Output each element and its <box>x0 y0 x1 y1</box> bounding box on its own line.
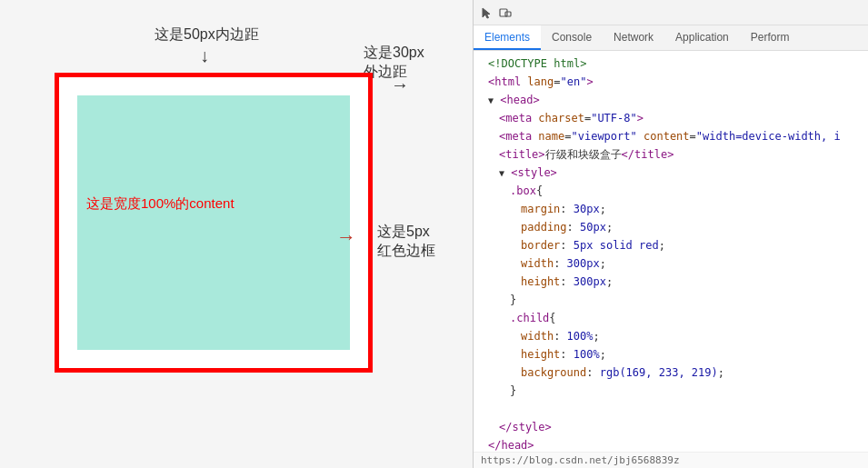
code-meta-viewport: <meta name="viewport" content="width=dev… <box>474 127 868 145</box>
code-width: width: 300px; <box>474 254 868 273</box>
code-title: <title>行级和块级盒子</title> <box>474 145 868 164</box>
code-html: <html lang="en"> <box>474 73 868 91</box>
tab-console[interactable]: Console <box>541 25 603 50</box>
code-box-selector: .box{ <box>474 182 868 200</box>
code-blank <box>474 400 868 418</box>
devtools-toolbar <box>474 0 868 25</box>
code-child-selector: .child{ <box>474 309 868 327</box>
devtools-panel: Elements Console Network Application Per… <box>473 0 868 468</box>
padding-label: 这是50px内边距 <box>155 25 259 45</box>
tab-application[interactable]: Application <box>664 25 740 50</box>
code-margin: margin: 30px; <box>474 200 868 218</box>
code-padding: padding: 50px; <box>474 218 868 236</box>
content-label: 这是宽度100%的content <box>86 195 234 213</box>
box-icon[interactable] <box>497 5 514 21</box>
tab-performance[interactable]: Perform <box>740 25 801 50</box>
code-doctype: <!DOCTYPE html> <box>474 55 868 73</box>
code-child-width: width: 100%; <box>474 327 868 345</box>
devtools-tabs: Elements Console Network Application Per… <box>474 25 868 51</box>
code-height: height: 300px; <box>474 273 868 291</box>
code-style-close: </style> <box>474 418 868 436</box>
tab-network[interactable]: Network <box>603 25 664 50</box>
cursor-icon[interactable] <box>479 5 495 21</box>
margin-arrow: → <box>391 75 409 95</box>
border-label: 这是5px红色边框 <box>377 223 435 261</box>
code-head-close: </head> <box>474 436 868 452</box>
url-bar: https://blog.csdn.net/jbj6568839z <box>474 452 868 468</box>
code-box-close: } <box>474 291 868 309</box>
left-panel: 这是50px内边距 ↓ 这是30px外边距 → 这是宽度100%的content… <box>0 0 473 468</box>
tab-elements[interactable]: Elements <box>474 25 541 50</box>
padding-arrow: ↓ <box>200 45 209 66</box>
devtools-code-content: <!DOCTYPE html> <html lang="en"> ▼ <head… <box>474 51 868 452</box>
code-child-height: height: 100%; <box>474 345 868 363</box>
svg-rect-0 <box>500 9 507 16</box>
code-child-close: } <box>474 382 868 400</box>
code-style-open: ▼ <style> <box>474 164 868 182</box>
box-demo <box>55 73 373 373</box>
code-child-bg: background: rgb(169, 233, 219); <box>474 363 868 382</box>
svg-rect-1 <box>505 12 511 16</box>
child-demo <box>77 95 350 350</box>
code-border: border: 5px solid red; <box>474 236 868 254</box>
border-arrow: → <box>336 225 356 249</box>
code-head: ▼ <head> <box>474 91 868 109</box>
code-meta-charset: <meta charset="UTF-8"> <box>474 109 868 127</box>
